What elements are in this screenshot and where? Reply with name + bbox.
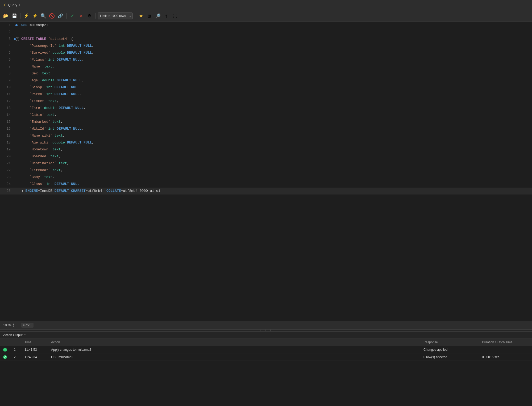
reconnect-btn[interactable]: 🔗: [57, 12, 64, 20]
line-num-12: 12: [0, 98, 14, 105]
line-content-8: `Sex` text,: [19, 70, 532, 77]
code-line-19: 19 `Hometown` text,: [0, 146, 532, 153]
row2-action: USE mulcamp2: [48, 353, 420, 361]
line-gutter-14: [14, 112, 19, 119]
row1-status: ✓: [0, 346, 11, 353]
line-gutter-6: [14, 56, 19, 63]
zoom-control: 100% ▲ ▼: [3, 323, 15, 327]
col-header-duration: Duration / Fetch Time: [479, 339, 532, 346]
code-lines: 1 USE mulcamp2; 2 3 − CREATE TABLE `d: [0, 22, 532, 321]
code-line-25: 25 ) ENGINE=InnoDB DEFAULT CHARSET=utf8m…: [0, 188, 532, 194]
line-content-25: ) ENGINE=InnoDB DEFAULT CHARSET=utf8mb4 …: [19, 188, 532, 194]
row2-response: 0 row(s) affected: [420, 353, 479, 361]
table-header-row: Time Action Response Duration / Fetch Ti…: [0, 339, 532, 346]
cursor-position: 67:25: [21, 323, 34, 328]
panel-divider[interactable]: • • •: [0, 329, 532, 332]
table-row-1: ✓ 1 11:41:53 Apply changes to mulcamp2 C…: [0, 346, 532, 353]
code-line-20: 20 `Boarded` text,: [0, 153, 532, 160]
row2-duration: 0.00016 sec: [479, 353, 532, 361]
col-header-response: Response: [420, 339, 479, 346]
execute-all-btn[interactable]: ⚡: [31, 12, 39, 20]
action-output-toggle[interactable]: ⌃: [24, 333, 26, 337]
line-content-7: `Name` text,: [19, 63, 532, 70]
line-content-21: `Destination` text,: [19, 160, 532, 167]
toolbar-sep-2: [66, 13, 66, 19]
line-content-13: `Fare` double DEFAULT NULL,: [19, 105, 532, 112]
line-gutter-5: [14, 49, 19, 56]
find-btn[interactable]: 🔍: [40, 12, 47, 20]
line-num-15: 15: [0, 119, 14, 125]
code-editor[interactable]: 1 USE mulcamp2; 2 3 − CREATE TABLE `d: [0, 22, 532, 321]
line-num-25: 25: [0, 188, 14, 194]
code-line-9: 9 `Age` double DEFAULT NULL,: [0, 77, 532, 84]
table-row-2: ✓ 2 11:43:34 USE mulcamp2 0 row(s) affec…: [0, 353, 532, 361]
line-num-21: 21: [0, 160, 14, 167]
line-content-19: `Hometown` text,: [19, 146, 532, 153]
line-num-18: 18: [0, 139, 14, 146]
action-output-table-wrap: Time Action Response Duration / Fetch Ti…: [0, 339, 532, 406]
code-line-8: 8 `Sex` text,: [0, 70, 532, 77]
line-content-9: `Age` double DEFAULT NULL,: [19, 77, 532, 84]
line-gutter-13: [14, 105, 19, 112]
zoom-value: 100%: [3, 323, 11, 327]
fullscreen-btn[interactable]: ⛶: [171, 12, 179, 20]
line-gutter-7: [14, 63, 19, 70]
line-content-18: `Age_wiki` double DEFAULT NULL,: [19, 139, 532, 146]
execute-btn[interactable]: ⚡: [23, 12, 30, 20]
line-content-2: [19, 29, 532, 36]
line-num-16: 16: [0, 125, 14, 132]
row2-status: ✓: [0, 353, 11, 361]
line-content-16: `WikiId` int DEFAULT NULL,: [19, 125, 532, 132]
code-line-3: 3 − CREATE TABLE `dataset4` (: [0, 36, 532, 43]
row1-action: Apply changes to mulcamp2: [48, 346, 420, 353]
code-line-13: 13 `Fare` double DEFAULT NULL,: [0, 105, 532, 112]
clear-btn[interactable]: 🗑: [146, 12, 153, 20]
save-btn[interactable]: 💾: [11, 12, 18, 20]
line-gutter-10: [14, 84, 19, 91]
line-num-3: 3: [0, 36, 14, 43]
line-num-13: 13: [0, 105, 14, 112]
line-gutter-17: [14, 132, 19, 139]
settings-btn[interactable]: ⚙: [86, 12, 93, 20]
line-content-20: `Boarded` text,: [19, 153, 532, 160]
line-dot-1: [15, 24, 18, 26]
search-btn[interactable]: 🔎: [154, 12, 162, 20]
limit-select[interactable]: Limit to 1000 rows: [98, 12, 133, 19]
row1-response: Changes applied: [420, 346, 479, 353]
line-num-10: 10: [0, 84, 14, 91]
col-header-index: [11, 339, 21, 346]
check-btn[interactable]: ✓: [69, 12, 76, 20]
line-content-24: `Class` int DEFAULT NULL: [19, 181, 532, 188]
open-folder-btn[interactable]: 📂: [2, 12, 10, 20]
code-line-2: 2: [0, 29, 532, 36]
collapse-btn-3[interactable]: −: [16, 37, 19, 41]
line-gutter-3: −: [14, 36, 19, 43]
line-content-22: `Lifeboat` text,: [19, 167, 532, 174]
line-dot-3: [14, 38, 16, 40]
line-num-20: 20: [0, 153, 14, 160]
line-num-19: 19: [0, 146, 14, 153]
format-btn[interactable]: ¶: [163, 12, 170, 20]
line-gutter-11: [14, 91, 19, 98]
line-content-11: `Parch` int DEFAULT NULL,: [19, 91, 532, 98]
col-header-action: Action: [48, 339, 420, 346]
bookmark-btn[interactable]: ★: [137, 12, 145, 20]
zoom-arrows[interactable]: ▲ ▼: [13, 323, 15, 327]
line-gutter-24: [14, 181, 19, 188]
window-title: Query 1: [8, 3, 20, 7]
status-ok-icon-1: ✓: [3, 348, 7, 352]
stop-btn[interactable]: 🚫: [48, 12, 56, 20]
bottom-panel: Action Output ⌃ Time Action Response Dur…: [0, 332, 532, 406]
toolbar: 📂 💾 ⚡ ⚡ 🔍 🚫 🔗 ✓ ✕ ⚙ Limit to 1000 rows ★…: [0, 10, 532, 22]
line-gutter-12: [14, 98, 19, 105]
line-content-3: CREATE TABLE `dataset4` (: [19, 36, 532, 43]
line-num-5: 5: [0, 49, 14, 56]
limit-select-wrap: Limit to 1000 rows: [98, 12, 133, 19]
line-content-6: `Pclass` int DEFAULT NULL,: [19, 56, 532, 63]
line-num-17: 17: [0, 132, 14, 139]
code-line-14: 14 `Cabin` text,: [0, 112, 532, 119]
code-line-11: 11 `Parch` int DEFAULT NULL,: [0, 91, 532, 98]
line-num-6: 6: [0, 56, 14, 63]
cancel-btn[interactable]: ✕: [77, 12, 85, 20]
line-num-22: 22: [0, 167, 14, 174]
